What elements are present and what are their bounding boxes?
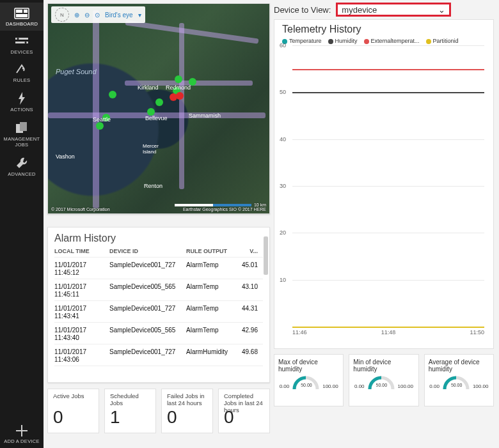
job-value: 0 — [167, 407, 207, 428]
chevron-down-icon: ⌄ — [438, 5, 445, 15]
alarm-row[interactable]: 11/01/201711:45:12 SampleDevice001_727 A… — [54, 258, 263, 279]
ytick: 40 — [280, 136, 286, 143]
jobs-row: Active Jobs0Scheduled Jobs1Failed Jobs i… — [47, 389, 270, 433]
legend-item[interactable]: Partitionid — [426, 38, 459, 44]
content: Puget Sound Seattle Bellevue Kirkland Re… — [44, 0, 499, 448]
dashboard-icon — [14, 8, 29, 19]
wrench-icon — [15, 157, 28, 169]
job-value: 0 — [53, 407, 93, 428]
alarm-time: 11/01/201711:43:06 — [54, 348, 109, 363]
gauge-mid: 50.00 — [451, 383, 463, 387]
alarm-time: 11/01/201711:45:12 — [54, 261, 109, 276]
nav-actions[interactable]: ACTIONS — [0, 87, 44, 116]
nav-management-jobs[interactable]: MANAGEMENT JOBS — [0, 116, 44, 151]
job-card[interactable]: Completed Jobs in last 24 hours0 — [218, 389, 270, 433]
ytick: 10 — [280, 277, 286, 283]
gauge-max: 100.00 — [398, 383, 413, 389]
svg-point-7 — [25, 42, 27, 43]
nav-label: ADD A DEVICE — [4, 438, 40, 444]
ytick: 50 — [280, 89, 286, 95]
gauge-card: Max of device humidity 0.00 50.00 100.00 — [274, 354, 344, 406]
alarm-row[interactable]: 11/01/201711:43:41 SampleDevice001_727 A… — [54, 301, 263, 323]
device-to-view-label: Device to View: — [274, 5, 331, 15]
legend-item[interactable]: Temperature — [282, 38, 322, 44]
gauge-label: Max of device humidity — [278, 359, 339, 373]
gauge-row: Max of device humidity 0.00 50.00 100.00… — [274, 354, 494, 406]
alarm-row[interactable]: 11/01/201711:43:40 SampleDevice005_565 A… — [54, 323, 263, 344]
gauge-icon: 50.00 — [367, 375, 395, 389]
alarm-rule: AlarmTemp — [186, 327, 237, 341]
svg-point-6 — [17, 38, 19, 40]
alarm-row[interactable]: 11/01/201711:43:06 SampleDevice001_727 A… — [54, 344, 263, 366]
nav-rules[interactable]: RULES — [0, 59, 44, 87]
nav-label: RULES — [13, 77, 31, 83]
gauge-icon: 50.00 — [292, 375, 320, 389]
nav-add-device[interactable]: ADD A DEVICE — [0, 420, 44, 448]
alarm-row[interactable]: 11/01/201711:45:11 SampleDevice005_565 A… — [54, 279, 263, 301]
alarm-value: 42.96 — [237, 327, 258, 341]
gauge-min: 0.00 — [354, 383, 365, 389]
map-search-icon[interactable]: ⊕ — [74, 12, 79, 19]
gauge-label: Average of device humidity — [429, 359, 489, 373]
scrollbar[interactable] — [264, 236, 268, 275]
alarm-time: 11/01/201711:45:11 — [54, 283, 109, 298]
map-region-label: Puget Sound — [56, 68, 97, 75]
nav-advanced[interactable]: ADVANCED — [0, 151, 44, 181]
legend-dot — [328, 39, 333, 44]
job-label: Failed Jobs in last 24 hours — [167, 393, 207, 407]
gauge-mid: 50.00 — [301, 383, 312, 387]
nav-label: ADVANCED — [8, 171, 36, 177]
alarm-title: Alarm History — [54, 233, 263, 244]
jobs-icon — [15, 121, 29, 134]
alarm-value: 49.68 — [237, 348, 258, 363]
nav-label: MANAGEMENT JOBS — [0, 136, 44, 148]
device-header: Device to View: mydevice ⌄ — [274, 3, 494, 17]
gauge-icon: 50.00 — [442, 375, 470, 389]
gauge-min: 0.00 — [429, 383, 440, 389]
plus-icon — [16, 425, 28, 436]
nav-label: DASHBOARD — [6, 21, 38, 27]
device-select-value: mydevice — [342, 5, 377, 15]
series-line — [292, 69, 484, 70]
map-credit-right: Earthstar Geographics SIO © 2017 HERE — [183, 207, 266, 212]
legend-dot — [426, 39, 431, 44]
alarm-value: 45.01 — [237, 261, 258, 276]
rules-icon — [14, 64, 29, 75]
job-label: Completed Jobs in last 24 hours — [224, 393, 264, 407]
col-time-label: LOCAL TIME — [54, 248, 109, 254]
alarm-rule: AlarmTemp — [186, 305, 237, 320]
target-icon[interactable]: ⊙ — [95, 12, 100, 19]
compass-icon[interactable]: N — [55, 8, 69, 22]
job-card[interactable]: Scheduled Jobs1 — [104, 389, 156, 433]
map-panel[interactable]: Puget Sound Seattle Bellevue Kirkland Re… — [47, 3, 270, 214]
map-mode[interactable]: Bird's eye — [105, 12, 133, 19]
legend-item[interactable]: Externaltemperat... — [364, 38, 420, 44]
gauge-card: Average of device humidity 0.00 50.00 10… — [424, 354, 494, 406]
alarm-header: LOCAL TIME DEVICE ID RULE OUTPUT V... — [54, 248, 263, 258]
nav-devices[interactable]: DEVICES — [0, 31, 44, 59]
zoom-out-icon[interactable]: ⊖ — [84, 12, 90, 19]
alarm-device: SampleDevice001_727 — [109, 261, 186, 276]
job-label: Scheduled Jobs — [110, 393, 150, 407]
legend-dot — [364, 39, 369, 44]
map-credit-left: © 2017 Microsoft Corporation — [51, 207, 110, 212]
col-value-label: V... — [237, 248, 258, 254]
map-toolbar: N ⊕ ⊖ ⊙ Bird's eye ▾ — [51, 6, 145, 23]
legend-item[interactable]: Humidity — [328, 38, 358, 44]
svg-rect-1 — [16, 10, 22, 13]
alarm-device: SampleDevice001_727 — [109, 305, 186, 320]
job-card[interactable]: Failed Jobs in last 24 hours0 — [161, 389, 213, 433]
gauge-max: 100.00 — [322, 383, 338, 389]
nav-label: ACTIONS — [10, 107, 33, 112]
alarm-device: SampleDevice005_565 — [109, 283, 186, 298]
bolt-icon — [17, 92, 26, 105]
svg-rect-9 — [20, 122, 27, 131]
svg-rect-3 — [16, 14, 28, 17]
nav-dashboard[interactable]: DASHBOARD — [0, 3, 44, 31]
job-card[interactable]: Active Jobs0 — [47, 389, 99, 433]
svg-rect-2 — [24, 10, 28, 13]
col-device-label: DEVICE ID — [109, 248, 186, 254]
telemetry-plot: 10203040506011:4611:4811:50 — [282, 45, 487, 327]
device-select[interactable]: mydevice ⌄ — [336, 3, 451, 17]
chevron-down-icon[interactable]: ▾ — [138, 12, 141, 19]
